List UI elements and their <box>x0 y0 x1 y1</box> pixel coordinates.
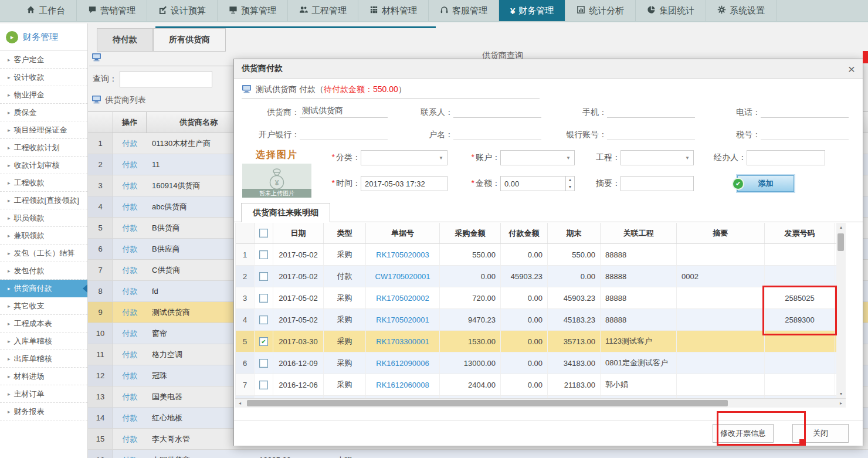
doc-number-link[interactable]: RK1703300001 <box>366 331 440 352</box>
doc-number-link[interactable]: RK1612090006 <box>366 352 440 374</box>
pay-link[interactable]: 付款 <box>113 328 147 339</box>
info-value[interactable] <box>607 128 695 140</box>
choose-image-button[interactable]: 选择图片 <box>242 149 311 162</box>
spin-down-icon[interactable]: ▼ <box>566 184 574 191</box>
h-scroll-thumb[interactable] <box>247 400 728 406</box>
pay-link[interactable]: 付款 <box>113 392 147 402</box>
add-button[interactable]: ✔添加 <box>737 175 794 192</box>
sidebar-item[interactable]: ▸ 其它收支 <box>0 297 87 315</box>
spin-up-icon[interactable]: ▲ <box>566 177 574 184</box>
header-type[interactable]: 类型 <box>324 223 366 243</box>
ledger-row[interactable]: 5 ✔ 2017-03-30 采购 RK1703300001 1530.00 0… <box>236 331 837 352</box>
header-project[interactable]: 关联工程 <box>601 223 677 243</box>
close-icon[interactable]: × <box>848 63 855 75</box>
account-select[interactable]: ▼ <box>500 150 575 165</box>
sidebar-item[interactable]: ▸ 工程领款[直接领款] <box>0 192 87 209</box>
pay-link[interactable]: 付款 <box>113 286 147 297</box>
sidebar-item[interactable]: ▸ 工程成本表 <box>0 315 87 333</box>
select-all-checkbox[interactable] <box>259 229 268 238</box>
sidebar-item[interactable]: ▸ 材料进场 <box>0 368 87 385</box>
nav-tab-budget[interactable]: 预算管理 <box>218 0 288 21</box>
nav-tab-marketing[interactable]: 营销管理 <box>77 0 147 21</box>
doc-number-link[interactable]: RK1612060008 <box>366 374 440 395</box>
sidebar-item[interactable]: ▸ 工程收款 <box>0 174 87 192</box>
nav-tab-customer-service[interactable]: 客服管理 <box>429 0 499 21</box>
nav-tab-materials[interactable]: 材料管理 <box>358 0 429 21</box>
pay-link[interactable]: 付款 <box>113 434 147 445</box>
pay-link[interactable]: 付款 <box>113 138 147 149</box>
row-checkbox[interactable]: ✔ <box>259 250 268 259</box>
pay-link[interactable]: 付款 <box>113 371 147 381</box>
scroll-left-icon[interactable]: ◂ <box>235 399 245 408</box>
pay-link[interactable]: 付款 <box>113 244 147 255</box>
doc-number-link[interactable]: RK1705020001 <box>366 309 440 330</box>
row-checkbox[interactable]: ✔ <box>259 272 268 281</box>
pay-link[interactable]: 付款 <box>113 160 147 170</box>
info-value[interactable] <box>453 106 541 118</box>
sidebar-item[interactable]: ▸ 财务报表 <box>0 403 87 420</box>
agent-input[interactable] <box>747 150 825 165</box>
sidebar-item[interactable]: ▸ 物业押金 <box>0 86 87 104</box>
amount-input[interactable]: 0.00▲▼ <box>500 176 575 191</box>
header-doc-no[interactable]: 单据号 <box>366 223 440 243</box>
pay-link[interactable]: 付款 <box>113 307 147 318</box>
vertical-scrollbar[interactable]: ▴ ▾ <box>836 223 846 398</box>
search-input[interactable] <box>120 71 212 87</box>
pay-link[interactable]: 付款 <box>113 202 147 212</box>
header-invoice[interactable]: 发票号码 <box>765 223 835 243</box>
ledger-row[interactable]: 7 ✔ 2016-12-06 采购 RK1612060008 2404.00 0… <box>236 374 837 396</box>
nav-tab-finance[interactable]: ¥ 财务管理 <box>499 0 565 21</box>
sidebar-item[interactable]: ▸ 出库单稽核 <box>0 350 87 368</box>
sidebar-item[interactable]: ▸ 主材订单 <box>0 385 87 403</box>
scroll-down-icon[interactable]: ▾ <box>836 389 846 398</box>
row-checkbox[interactable]: ✔ <box>259 294 268 303</box>
sidebar-item[interactable]: ▸ 发包付款 <box>0 262 87 280</box>
header-date[interactable]: 日期 <box>273 223 324 243</box>
sidebar-item[interactable]: ▸ 项目经理保证金 <box>0 121 87 139</box>
project-select[interactable]: ▼ <box>621 150 694 165</box>
header-payment[interactable]: 付款金额 <box>501 223 548 243</box>
doc-number-link[interactable]: RK1705020002 <box>366 287 440 308</box>
ledger-row[interactable]: 4 ✔ 2017-05-02 采购 RK1705020001 9470.23 0… <box>236 309 837 331</box>
sidebar-item[interactable]: ▸ 入库单稽核 <box>0 333 87 350</box>
nav-tab-statistics[interactable]: 统计分析 <box>565 0 636 21</box>
nav-tab-engineering[interactable]: 工程管理 <box>288 0 358 21</box>
scroll-right-icon[interactable]: ▸ <box>836 399 846 408</box>
category-select[interactable]: ▼ <box>361 150 447 165</box>
info-value[interactable] <box>453 128 541 140</box>
sidebar-item[interactable]: ▸ 收款计划审核 <box>0 157 87 174</box>
pay-link[interactable]: 付款 <box>113 455 147 458</box>
tab-all-suppliers[interactable]: 所有供货商 <box>153 28 226 52</box>
info-value[interactable] <box>761 128 849 140</box>
nav-tab-workbench[interactable]: 工作台 <box>15 0 77 21</box>
v-scroll-thumb[interactable] <box>838 233 844 251</box>
pay-link[interactable]: 付款 <box>113 181 147 191</box>
ledger-row[interactable]: 1 ✔ 2017-05-02 采购 RK1705020003 550.00 0.… <box>236 244 837 266</box>
pay-link[interactable]: 付款 <box>113 413 147 423</box>
doc-number-link[interactable]: RK1705020003 <box>366 244 440 265</box>
horizontal-scrollbar[interactable]: ◂ ▸ <box>235 398 846 408</box>
info-value[interactable] <box>761 106 849 118</box>
scroll-up-icon[interactable]: ▴ <box>836 223 846 232</box>
sidebar-item[interactable]: ▸ 工程收款计划 <box>0 139 87 157</box>
sidebar-item[interactable]: ▸ 职员领款 <box>0 209 87 227</box>
header-balance[interactable]: 期末 <box>548 223 601 243</box>
header-purchase[interactable]: 采购金额 <box>440 223 501 243</box>
ledger-row[interactable]: 6 ✔ 2016-12-09 采购 RK1612090006 13000.00 … <box>236 352 837 374</box>
ledger-row[interactable]: 2 ✔ 2017-05-02 付款 CW1705020001 0.00 4590… <box>236 266 837 287</box>
pay-link[interactable]: 付款 <box>113 223 147 233</box>
sidebar-item[interactable]: ▸ 客户定金 <box>0 51 87 69</box>
info-value[interactable] <box>607 106 695 118</box>
detail-tab[interactable]: 供货商往来账明细 <box>241 203 330 222</box>
row-checkbox[interactable]: ✔ <box>259 359 268 368</box>
info-value[interactable] <box>300 128 388 140</box>
ledger-row[interactable]: 3 ✔ 2017-05-02 采购 RK1705020002 720.00 0.… <box>236 287 837 309</box>
amount-spinner[interactable]: ▲▼ <box>565 177 574 191</box>
sidebar-item[interactable]: ▸ 兼职领款 <box>0 227 87 245</box>
sidebar-item[interactable]: ▸ 质保金 <box>0 104 87 121</box>
supplier-row[interactable]: 16 付款 未明供货商 12025.00 未明 <box>88 450 868 458</box>
time-input[interactable]: 2017-05-03 17:32 <box>361 176 447 191</box>
sidebar-item[interactable]: ▸ 发包（工长）结算 <box>0 245 87 262</box>
pay-link[interactable]: 付款 <box>113 265 147 276</box>
nav-tab-design-budget[interactable]: 设计预算 <box>147 0 218 21</box>
